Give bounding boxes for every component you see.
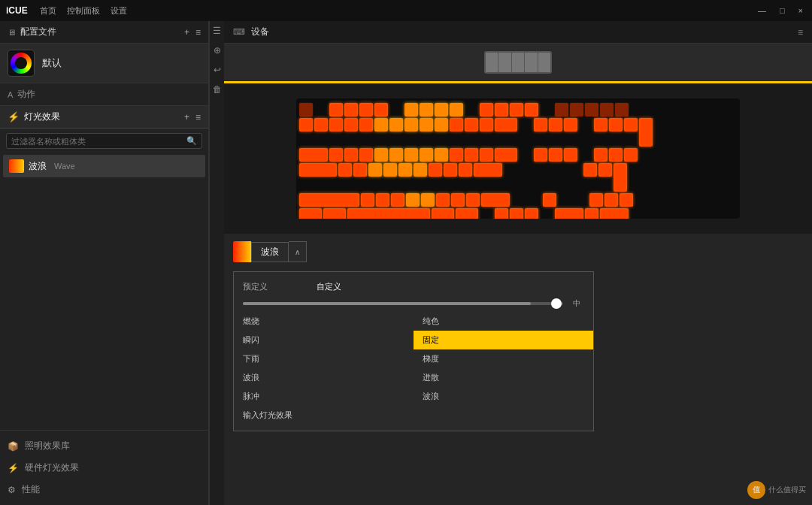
kb-key[interactable] xyxy=(344,148,358,162)
kb-key[interactable] xyxy=(299,118,313,132)
kb-key[interactable] xyxy=(329,103,343,116)
value-wave[interactable]: 波浪 xyxy=(414,387,593,406)
kb-key[interactable] xyxy=(406,193,420,207)
kb-key[interactable] xyxy=(444,163,457,177)
option-rain[interactable]: 下雨 xyxy=(234,349,414,368)
side-icon-4[interactable]: 🗑 xyxy=(211,83,223,96)
value-fixed[interactable]: 固定 xyxy=(414,331,593,349)
kb-key[interactable] xyxy=(404,148,418,162)
option-burning[interactable]: 燃烧 xyxy=(234,312,414,331)
kb-key[interactable] xyxy=(480,148,493,162)
kb-key[interactable] xyxy=(549,118,562,132)
kb-key[interactable] xyxy=(374,103,388,116)
value-gradient[interactable]: 梯度 xyxy=(414,349,593,368)
sidebar-bottom-performance[interactable]: ⚙ 性能 xyxy=(0,479,208,500)
kb-key[interactable] xyxy=(359,118,373,132)
kb-key[interactable] xyxy=(299,148,328,162)
kb-key[interactable] xyxy=(329,118,343,132)
kb-key[interactable] xyxy=(359,103,373,116)
kb-key[interactable] xyxy=(564,148,577,162)
kb-key[interactable] xyxy=(299,193,359,207)
kb-key[interactable] xyxy=(495,208,508,219)
option-pulse[interactable]: 脉冲 xyxy=(234,387,414,406)
kb-key[interactable] xyxy=(338,163,352,177)
kb-key[interactable] xyxy=(435,148,448,162)
kb-key[interactable] xyxy=(299,208,322,219)
side-icon-2[interactable]: ⊕ xyxy=(212,44,223,57)
wave-effect-item[interactable]: 波浪 Wave xyxy=(3,155,205,177)
side-icon-3[interactable]: ↩ xyxy=(212,63,223,77)
kb-key[interactable] xyxy=(450,148,463,162)
kb-key[interactable] xyxy=(421,193,435,207)
kb-key[interactable] xyxy=(594,118,607,132)
kb-key[interactable] xyxy=(353,163,367,177)
kb-key[interactable] xyxy=(456,208,478,219)
value-solid[interactable]: 纯色 xyxy=(414,312,593,331)
kb-key[interactable] xyxy=(450,103,463,116)
kb-key[interactable] xyxy=(374,118,388,132)
side-icon-1[interactable]: ☰ xyxy=(211,24,223,38)
kb-key[interactable] xyxy=(609,118,623,132)
kb-key[interactable] xyxy=(329,148,343,162)
kb-key[interactable] xyxy=(420,118,433,132)
kb-key[interactable] xyxy=(570,103,583,116)
kb-key[interactable] xyxy=(465,118,478,132)
kb-key[interactable] xyxy=(480,103,493,116)
lighting-add-button[interactable]: + xyxy=(184,112,189,122)
kb-key[interactable] xyxy=(534,148,547,162)
kb-key[interactable] xyxy=(604,193,618,207)
kb-key[interactable] xyxy=(585,103,598,116)
kb-key[interactable] xyxy=(481,193,510,207)
kb-key[interactable] xyxy=(389,148,403,162)
search-bar[interactable]: 🔍 xyxy=(6,133,202,149)
search-input[interactable] xyxy=(11,137,183,146)
kb-key[interactable] xyxy=(414,163,427,177)
kb-key[interactable] xyxy=(555,208,583,219)
kb-key[interactable] xyxy=(459,163,472,177)
kb-key[interactable] xyxy=(420,103,433,116)
wave-chevron-button[interactable]: ∧ xyxy=(289,241,307,262)
kb-key[interactable] xyxy=(429,163,442,177)
kb-key[interactable] xyxy=(451,193,465,207)
sidebar-bottom-hardware-lighting[interactable]: ⚡ 硬件灯光效果 xyxy=(0,457,208,479)
kb-key[interactable] xyxy=(510,103,523,116)
profile-menu-button[interactable]: ≡ xyxy=(195,27,201,38)
kb-key[interactable] xyxy=(299,103,313,116)
value-scatter[interactable]: 迸散 xyxy=(414,368,593,387)
kb-key[interactable] xyxy=(495,148,517,162)
kb-key[interactable] xyxy=(299,163,337,177)
kb-key[interactable] xyxy=(609,148,623,162)
kb-key[interactable] xyxy=(583,163,597,177)
kb-key[interactable] xyxy=(436,193,450,207)
kb-key[interactable] xyxy=(543,193,556,207)
kb-key[interactable] xyxy=(620,193,633,207)
kb-key[interactable] xyxy=(374,148,388,162)
kb-key[interactable] xyxy=(344,103,358,116)
profile-add-button[interactable]: + xyxy=(184,27,189,38)
kb-key[interactable] xyxy=(600,103,614,116)
kb-key[interactable] xyxy=(359,148,373,162)
kb-key[interactable] xyxy=(398,163,412,177)
kb-key[interactable] xyxy=(639,118,653,147)
kb-key[interactable] xyxy=(614,163,627,192)
maximize-button[interactable]: □ xyxy=(777,6,788,15)
sidebar-bottom-lighting-library[interactable]: 📦 照明效果库 xyxy=(0,435,208,457)
kb-key[interactable] xyxy=(615,103,629,116)
kb-key[interactable] xyxy=(314,118,328,132)
kb-key[interactable] xyxy=(525,103,538,116)
kb-key[interactable] xyxy=(495,118,517,132)
kb-key[interactable] xyxy=(624,148,638,162)
kb-key[interactable] xyxy=(344,118,358,132)
kb-key[interactable] xyxy=(368,163,382,177)
keyboard-thumbnail[interactable] xyxy=(484,51,552,74)
nav-settings[interactable]: 设置 xyxy=(111,5,127,17)
nav-home[interactable]: 首页 xyxy=(40,5,56,17)
kb-key[interactable] xyxy=(376,193,389,207)
kb-key[interactable] xyxy=(466,193,480,207)
kb-key[interactable] xyxy=(564,118,577,132)
kb-key[interactable] xyxy=(589,193,603,207)
kb-key[interactable] xyxy=(555,103,568,116)
kb-key[interactable] xyxy=(480,118,493,132)
kb-key[interactable] xyxy=(391,193,404,207)
lighting-menu-button[interactable]: ≡ xyxy=(195,112,201,122)
